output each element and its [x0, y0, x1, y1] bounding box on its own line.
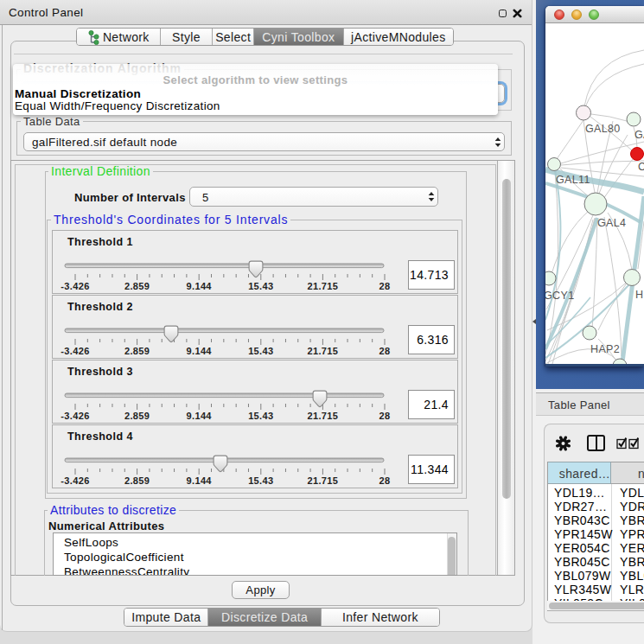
svg-text:H: H	[635, 289, 643, 301]
svg-text:GAL80: GAL80	[585, 123, 621, 135]
svg-text:GAL4: GAL4	[597, 217, 626, 229]
svg-text:C: C	[638, 161, 644, 173]
svg-text:GCY1: GCY1	[545, 290, 574, 302]
svg-text:HAP2: HAP2	[590, 343, 620, 355]
svg-text:GA: GA	[634, 129, 644, 141]
svg-text:GAL11: GAL11	[556, 174, 590, 186]
